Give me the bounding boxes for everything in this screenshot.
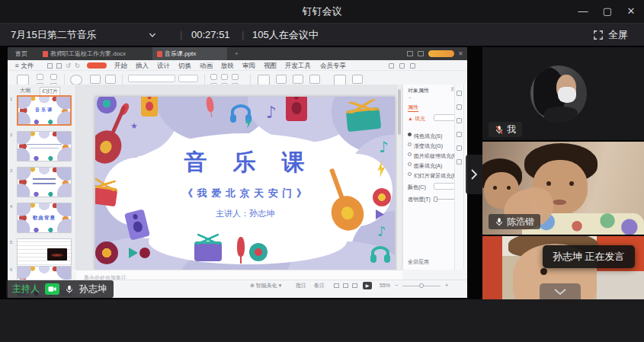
bottom-toolbar: 取消静音 开摄像头 (0, 299, 644, 342)
close-button[interactable]: ✕ (620, 0, 642, 23)
side-tool-icon[interactable] (457, 91, 462, 96)
view-normal-icon[interactable] (334, 283, 339, 288)
wps-tab-document[interactable]: 教师职工返校工作方案.docx (38, 47, 151, 60)
panel-tab-properties[interactable]: 属性 (408, 104, 418, 112)
new-slide-icon[interactable] (70, 75, 82, 85)
wps-menu-item-2[interactable]: 设计 (157, 60, 170, 71)
wps-menu-item-1[interactable]: 插入 (136, 60, 149, 71)
side-tool-icon[interactable] (457, 145, 462, 151)
redo-icon[interactable]: ↻ (75, 60, 80, 71)
microphone-icon (237, 237, 245, 257)
find-icon[interactable] (334, 75, 346, 85)
select-icon[interactable] (352, 75, 363, 84)
cut-icon[interactable] (37, 74, 43, 80)
meeting-title[interactable]: 7月15日第二节音乐 (11, 24, 97, 46)
shapes-icon[interactable] (293, 75, 303, 84)
print-icon[interactable] (56, 63, 62, 69)
wps-menu-item-5[interactable]: 放映 (221, 60, 234, 71)
format-painter-icon[interactable] (50, 74, 57, 80)
participant-name-pill: 我 (489, 122, 522, 137)
picture-icon[interactable] (276, 75, 287, 84)
view-reading-icon[interactable] (352, 283, 357, 288)
layout-icon[interactable] (90, 75, 101, 84)
side-tool-icon[interactable] (457, 159, 462, 165)
apply-all-button[interactable]: 全部应用 (408, 258, 429, 266)
bg-left (482, 236, 502, 299)
wps-member-pill[interactable] (428, 50, 454, 57)
zoom-value[interactable]: 55% (380, 280, 390, 291)
beautify-button[interactable]: ⊕ 智能美化 ▾ (250, 280, 281, 291)
align-center-icon[interactable] (221, 74, 228, 80)
shape-preview-icon: ◔ (408, 95, 411, 101)
wps-menu-bar: ≡ 文件 ↺ ↻ 开始 插入 设计 切换 动画 放映 审阅 视图 开发工具 会员… (8, 60, 467, 71)
chevron-down-icon[interactable] (148, 30, 157, 40)
font-size-select[interactable] (178, 75, 198, 82)
camera-icon (48, 286, 56, 292)
maximize-button[interactable]: ▢ (596, 0, 619, 23)
slide-thumb-4[interactable]: 歌曲背景 (17, 203, 72, 233)
wps-menu-item-7[interactable]: 视图 (264, 60, 277, 71)
fill-section-header[interactable]: ▲ 填充 (408, 115, 425, 123)
side-tool-icon[interactable] (457, 118, 462, 123)
zoom-slider[interactable] (402, 286, 441, 286)
minimize-button[interactable]: — (572, 0, 594, 23)
comment-button[interactable]: 批注 (296, 280, 306, 291)
save-icon[interactable] (47, 63, 53, 69)
app-title: 钉钉会议 (0, 0, 644, 23)
chart-icon[interactable] (309, 75, 320, 84)
wps-menu-item-4[interactable]: 动画 (200, 60, 213, 71)
paste-icon[interactable] (17, 75, 29, 85)
host-overlay: 主持人 孙志坤 (6, 280, 114, 298)
video-tile-me[interactable]: 我 (482, 47, 644, 140)
wps-ai-pill[interactable] (87, 62, 107, 69)
wps-menu-file[interactable]: ≡ 文件 (15, 60, 34, 71)
wps-layout-icon[interactable] (407, 51, 413, 56)
wps-split-icon[interactable] (418, 51, 424, 56)
wps-menu-item-3[interactable]: 切换 (178, 60, 191, 71)
slide-thumb-2[interactable] (17, 131, 72, 161)
scroll-videos-button[interactable] (540, 283, 581, 299)
wps-menu-item-8[interactable]: 开发工具 (285, 60, 311, 71)
mic-icon (65, 284, 74, 295)
view-grid-icon[interactable] (343, 283, 348, 288)
share-doc-icon[interactable] (399, 63, 405, 69)
align-left-icon[interactable] (210, 74, 217, 80)
canvas-scrollbar[interactable] (397, 85, 402, 270)
slideshow-play-icon[interactable]: ▶ (363, 282, 372, 289)
collab-icon[interactable] (389, 63, 394, 69)
align-right-icon[interactable] (232, 74, 239, 80)
slide-thumb-3[interactable] (17, 167, 72, 197)
slide-thumb-1[interactable]: 音乐课 (17, 95, 72, 126)
textbox-icon[interactable] (258, 75, 270, 85)
slide-thumb-5[interactable] (17, 238, 72, 269)
presentation-slide: 音 乐 课 《 我 爱 北 京 天 安 门 》 主讲人：孙志坤 (95, 97, 395, 272)
side-tool-icon[interactable] (457, 104, 462, 110)
section-icon[interactable] (105, 75, 116, 84)
side-tool-icon[interactable] (457, 132, 462, 137)
wps-tab-home[interactable]: 首页 (11, 47, 37, 60)
wps-menu-item-0[interactable]: 开始 (114, 60, 127, 71)
undo-icon[interactable]: ↺ (66, 60, 71, 71)
wps-menu-item-6[interactable]: 审阅 (242, 60, 255, 71)
wps-new-tab-button[interactable]: + (230, 47, 241, 60)
video-tile-kid[interactable]: 陈浩锴 (482, 142, 644, 235)
dingtalk-meeting-window: 钉钉会议 — ▢ ✕ 7月15日第二节音乐 | 00:27:51 | 105人在… (0, 0, 644, 342)
cloud-icon[interactable] (410, 63, 415, 69)
fullscreen-label[interactable]: 全屏 (608, 24, 628, 46)
fill-option-4[interactable]: 幻灯片背景填充(B) (408, 167, 458, 181)
font-name-select[interactable] (128, 75, 175, 82)
chevron-down-icon (553, 288, 568, 296)
wps-tab-active[interactable]: 音乐课.pptx (152, 47, 227, 60)
fullscreen-icon[interactable] (593, 30, 604, 40)
notes-bar[interactable]: 单击此处添加备注 (76, 270, 402, 280)
wps-menu-item-9[interactable]: 会员专享 (320, 60, 346, 71)
note-button[interactable]: 备注 (314, 280, 325, 291)
radio-icon (408, 152, 412, 156)
meeting-timer: 00:27:51 (191, 24, 230, 46)
collapse-sidebar-button[interactable] (466, 155, 482, 194)
zoom-out-button[interactable]: − (395, 280, 398, 291)
divider: | (180, 24, 182, 46)
zoom-in-button[interactable]: + (445, 280, 448, 291)
wps-window-controls[interactable]: ✕ (458, 50, 463, 57)
outline-tab[interactable]: 大纲 (20, 87, 30, 94)
